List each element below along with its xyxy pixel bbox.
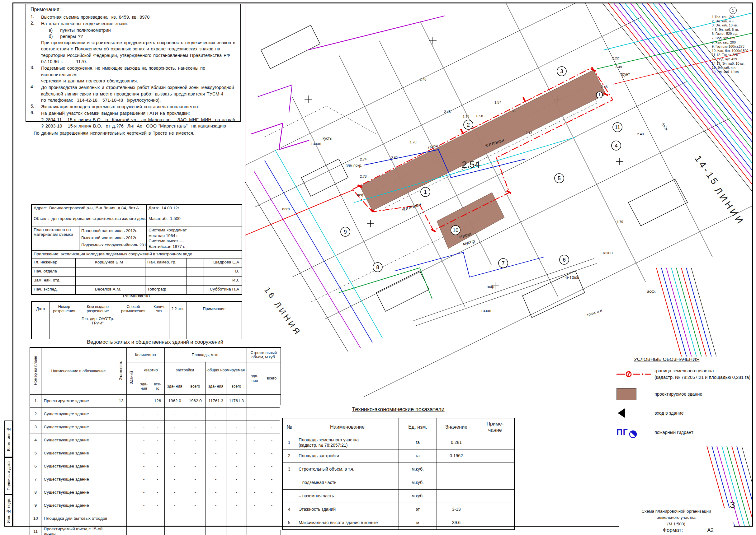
vedomost-cell: - <box>247 408 263 421</box>
razm-cell <box>169 316 187 326</box>
vedomost-cell <box>116 421 126 434</box>
razm-cell <box>187 316 242 326</box>
tep-row: 4Этажность зданийэт3-13 <box>283 503 514 516</box>
map-label: 6-10кж <box>565 275 579 280</box>
vedomost-cell: 2 <box>30 408 41 421</box>
tep-table: №НаименованиеЕд. изм.ЗначениеПриме-чание… <box>282 418 515 530</box>
note-lines: Подземные сооружения, не имеющие выхода … <box>41 65 238 84</box>
projected-building-area <box>360 70 606 211</box>
elevation-mark: 1.70 <box>410 140 416 144</box>
vedomost-cell <box>116 486 126 499</box>
notes-footer: По данным разрешениям исполнительных чер… <box>31 131 238 136</box>
boundary-line-icon <box>616 370 654 379</box>
vedomost-cell: 1962.0 <box>185 395 205 408</box>
tep-cell <box>476 463 514 476</box>
vedomost-cell: - <box>165 473 185 486</box>
legend-item: вход в здание <box>616 408 756 419</box>
building-number: 9 <box>344 229 347 235</box>
plan-part-row: Подземных сооруженийиюль 2012г. <box>81 242 144 249</box>
vedomost-cell <box>247 525 263 535</box>
utility-item: 14-17. Эл. каб. 10 кв. <box>712 62 754 66</box>
utility-item: 1.Тел. кан. 2/2 <box>712 15 754 19</box>
tep-cell <box>283 490 296 503</box>
vedomost-cell: - <box>185 499 205 512</box>
map-label: 5КЖ <box>661 122 669 131</box>
tep-cell: Строительный объем, в т.ч. <box>296 463 399 476</box>
building-outlines <box>261 25 687 318</box>
elevation-mark: 2.45 <box>601 85 608 89</box>
building-number: 5 <box>558 176 560 181</box>
map-label: асф. <box>282 207 291 211</box>
caption-line: (М 1:500) <box>619 521 734 527</box>
vedomost-cell: - <box>137 447 151 460</box>
signature-cell <box>76 276 93 285</box>
tep-cell <box>476 503 514 516</box>
vedomost-cell <box>126 473 137 486</box>
vedomost-cell <box>116 460 126 473</box>
vedomost-cell: Площадка для бытовых отходов <box>41 512 116 525</box>
notes-list: 1.Высотная съемка произведена кв. 8459, … <box>31 14 238 129</box>
drawing-sheet: 2.54 16 ЛИНИЯ14-15ЛИНИИкотлованкотлованс… <box>0 0 756 535</box>
vedomost-cell: - <box>263 486 281 499</box>
note-number: 3. <box>31 65 41 84</box>
vedomost-cell <box>205 525 226 535</box>
side-label-podpis: Подпись и дата <box>4 457 13 494</box>
razm-header: Колич. экз. <box>150 301 169 316</box>
vedomost-cell: - <box>247 499 263 512</box>
razm-row <box>31 326 242 334</box>
vedomost-cell <box>263 395 281 408</box>
vedomost-cell <box>126 499 137 512</box>
signature-cell <box>145 276 186 285</box>
tep-cell: м.куб. <box>399 463 437 476</box>
plan-parts: Плановой частииюль 2012г.Высотной частии… <box>79 226 146 250</box>
elevation-mark: 2.13 <box>526 131 532 135</box>
entrance-triangle-icon <box>616 408 654 419</box>
building-swatch-icon <box>616 388 654 400</box>
vedomost-cell: - <box>151 421 165 434</box>
format-value: А2 <box>707 527 714 533</box>
elevation-mark: 2.46 <box>420 77 426 81</box>
vedomost-cell: - <box>205 486 226 499</box>
razm-cell <box>117 326 150 334</box>
vedomost-cell: 13 <box>116 395 126 408</box>
vedomost-cell <box>116 512 126 525</box>
vedomost-cell: - <box>165 460 185 473</box>
signature-cell <box>186 259 204 267</box>
vedomost-cell: Существующее здание <box>41 421 116 434</box>
vedomost-cell <box>185 512 205 525</box>
vedomost-cell <box>116 473 126 486</box>
map-label: кусты <box>322 136 332 141</box>
plan-made-label: План составлен по материалам съемки <box>32 226 79 250</box>
razm-header: Способ размножения <box>117 301 150 316</box>
razm-cell <box>31 316 49 326</box>
map-label: газон <box>311 141 321 146</box>
signature-row: Зам. нач. отд.Р.З. <box>32 276 242 286</box>
vedomost-cell <box>126 460 137 473</box>
tep-row: 5Максимальная высота здания в конькем39.… <box>283 516 514 530</box>
building-number: 11 <box>615 125 620 130</box>
razm-cell <box>169 326 187 334</box>
utility-item: 4-5. Эл. каб. 6 кв. <box>712 28 754 32</box>
col-vol-building: зда- ния <box>247 362 263 395</box>
street-label: ЛИНИИ <box>713 185 746 227</box>
vedomost-cell: - <box>165 434 185 447</box>
razm-cell <box>49 326 79 334</box>
col-norm-total: всего <box>226 378 247 395</box>
building-number: 2 <box>467 122 469 128</box>
vedomost-cell: Существующее здание <box>41 447 116 460</box>
vedomost-cell: - <box>137 408 151 421</box>
tep-cell <box>437 476 476 490</box>
razmnozheno-table: ДатаНомер разрешенияКем выдано разрешени… <box>31 301 242 343</box>
vedomost-row: 9Существующее здание-------- <box>30 499 281 512</box>
razm-cell: Ген. дир. ОАО"Тр. ГРИИ" <box>79 316 117 326</box>
note-item: 2.На план нанесены геодезические знаки: … <box>31 20 238 65</box>
map-text-layer: 16 ЛИНИЯ14-15ЛИНИИкотлованкотлованстроит… <box>262 56 746 337</box>
vedomost-cell: 1 <box>30 395 41 408</box>
note-lines: Экспликация колодцев подземных сооружени… <box>41 103 199 110</box>
tep-row: – подземная частьм.куб. <box>283 476 514 490</box>
vedomost-row: 10Площадка для бытовых отходов <box>30 512 281 525</box>
legend: УСЛОВНЫЕ ОБОЗНАЧЕНИЯ граница земельного … <box>616 356 756 446</box>
vedomost-cell <box>165 512 185 525</box>
vedomost-cell: 1962.0 <box>165 395 185 408</box>
address-field: Адрес: Василеостровский р-н,15-я Линия, … <box>32 205 146 215</box>
